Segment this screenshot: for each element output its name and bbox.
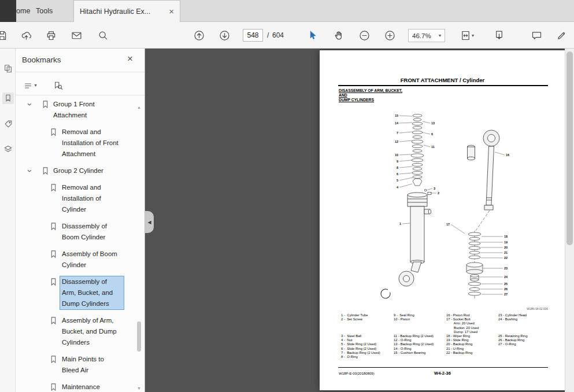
bookmark-label[interactable]: Removal and Installation of Cylinder [60, 182, 124, 215]
fit-width-button[interactable] [457, 27, 473, 43]
svg-text:27: 27 [504, 293, 508, 296]
bookmark-label[interactable]: Disassembly of Boom Cylinder [60, 221, 124, 243]
bookmark-label[interactable]: Removal and Installation of Front Attach… [60, 127, 124, 160]
bookmarks-panel-icon[interactable] [2, 93, 14, 104]
layers-icon[interactable] [2, 143, 14, 155]
zoom-level-value: 46.7% [412, 32, 431, 39]
bookmark-icon [50, 128, 57, 136]
parts-column: 23 - Cylinder Head 24 - Bushing 25 - Ret… [498, 313, 527, 347]
search-button[interactable] [95, 27, 111, 43]
vertical-scrollbar[interactable] [565, 49, 574, 392]
zoom-in-button[interactable] [382, 27, 398, 43]
bookmark-item[interactable]: Disassembly of Boom Cylinder [16, 221, 136, 243]
bookmark-icon [42, 167, 49, 175]
bookmark-item[interactable]: ›Group 2 Cylinder [16, 165, 136, 176]
bookmark-label[interactable]: Maintenance Standard [60, 382, 124, 392]
comment-button[interactable] [528, 27, 545, 43]
bookmark-item[interactable]: Main Points to Bleed Air [16, 354, 136, 376]
highlight-pen-button[interactable] [553, 27, 569, 43]
lower-ring-stack [466, 232, 483, 295]
bookmark-icon [42, 100, 49, 109]
footer-page-code: W4-2-36 [320, 371, 565, 376]
parts-column: 9 - Seal Ring 10 - Piston 11 - Backup Ri… [394, 313, 434, 355]
select-tool-button[interactable] [304, 27, 320, 43]
zoom-caret-icon: ▾ [439, 34, 441, 38]
bookmark-icon [50, 250, 57, 258]
tab-tools-label: Tools [36, 7, 53, 15]
svg-text:1: 1 [399, 222, 401, 225]
svg-text:3: 3 [434, 187, 435, 190]
pdf-page: FRONT ATTACHMENT / Cylinder DISASSEMBLY … [320, 50, 565, 390]
page-count-divider: / [267, 31, 269, 39]
next-page-button[interactable] [216, 27, 232, 43]
page-count-total: 604 [272, 31, 284, 39]
bookmark-label[interactable]: Group 2 Cylinder [51, 165, 105, 176]
collapse-panel-button[interactable]: ◀ [145, 211, 154, 233]
svg-text:19: 19 [504, 241, 508, 244]
svg-text:17: 17 [446, 223, 450, 226]
panel-title: Bookmarks [22, 56, 61, 64]
svg-text:11: 11 [431, 145, 435, 149]
bookmark-options-button[interactable]: ▾ [21, 79, 39, 93]
svg-text:21: 21 [504, 251, 508, 254]
document-canvas: ◀ FRONT ATTACHMENT / Cylinder DISASSEMBL… [145, 49, 574, 392]
panel-close-icon[interactable]: × [127, 53, 133, 65]
page-number-input[interactable] [243, 29, 263, 42]
bookmark-item[interactable]: Removal and Installation of Cylinder [16, 182, 136, 215]
bookmark-icon [50, 222, 57, 231]
panel-divider [16, 95, 145, 95]
svg-text:13: 13 [431, 121, 435, 125]
print-button[interactable] [43, 27, 59, 43]
fit-width-caret-icon[interactable]: ▾ [472, 34, 474, 38]
chevron-down-icon[interactable]: › [24, 103, 35, 106]
bookmark-item[interactable]: Maintenance Standard [16, 382, 136, 392]
svg-text:26: 26 [504, 287, 508, 291]
zoom-level-dropdown[interactable]: 46.7% ▾ [408, 29, 445, 42]
app-menu-corner [0, 0, 16, 22]
svg-text:24: 24 [504, 275, 508, 279]
parts-column: 1 - Cylinder Tube 2 - Set Screw 3 - Stee… [341, 313, 380, 359]
zoom-out-button[interactable] [356, 27, 372, 43]
bookmark-item[interactable]: ›Group 1 Front Attachment [16, 99, 136, 121]
svg-text:8: 8 [397, 166, 398, 169]
bookmark-label[interactable]: Main Points to Bleed Air [60, 354, 124, 376]
bookmark-item[interactable]: Removal and Installation of Front Attach… [16, 127, 136, 160]
figure-code: W18N-04-02-006 [527, 308, 548, 310]
scrollbar-thumb[interactable] [566, 51, 573, 245]
page-thumbnails-icon[interactable] [2, 62, 14, 74]
bookmark-item[interactable]: Assembly of Boom Cylinder [16, 249, 136, 271]
tree-scroll-up-icon[interactable]: ▲ [137, 105, 141, 109]
tab-close-icon[interactable]: × [169, 7, 174, 16]
bookmark-label[interactable]: Group 1 Front Attachment [51, 99, 122, 121]
attachments-icon[interactable] [2, 118, 14, 130]
find-bookmark-button[interactable] [49, 79, 66, 93]
tab-document[interactable]: Hitachi Hydraulic Ex... × [73, 0, 180, 22]
svg-text:22: 22 [504, 256, 508, 260]
bookmark-label[interactable]: Assembly of Arm, Bucket, and Dump Cylind… [60, 315, 124, 348]
tree-scroll-down-icon[interactable]: ▼ [137, 386, 141, 390]
bookmark-label[interactable]: Disassembly of Arm, Bucket, and Dump Cyl… [60, 276, 124, 309]
parts-column: 16 - Piston Rod 17 - Socket Bolt Arm: 20… [446, 313, 479, 355]
tab-tools[interactable]: Tools [36, 0, 53, 22]
seal-ring-stack [411, 114, 431, 195]
page-scrolling-button[interactable] [491, 27, 507, 43]
share-upload-button[interactable] [18, 27, 34, 43]
panel-divider [16, 72, 145, 72]
chevron-down-icon[interactable]: › [24, 169, 35, 172]
navigation-rail [0, 49, 16, 392]
email-button[interactable] [68, 27, 84, 43]
tab-document-label: Hitachi Hydraulic Ex... [80, 8, 150, 16]
tab-strip: Home Tools Hitachi Hydraulic Ex... × [0, 0, 574, 22]
bookmark-item[interactable]: Assembly of Arm, Bucket, and Dump Cylind… [16, 315, 136, 348]
tree-scrollbar-thumb[interactable] [137, 321, 141, 352]
save-button[interactable] [0, 27, 10, 43]
previous-page-button[interactable] [191, 27, 207, 43]
svg-text:6: 6 [397, 172, 398, 176]
svg-text:2: 2 [438, 191, 439, 195]
svg-text:9: 9 [397, 160, 398, 163]
hand-tool-button[interactable] [331, 27, 347, 43]
footer-rule [338, 367, 548, 368]
svg-text:6: 6 [431, 132, 433, 136]
bookmark-label[interactable]: Assembly of Boom Cylinder [60, 249, 124, 271]
bookmark-item[interactable]: Disassembly of Arm, Bucket, and Dump Cyl… [16, 276, 136, 309]
